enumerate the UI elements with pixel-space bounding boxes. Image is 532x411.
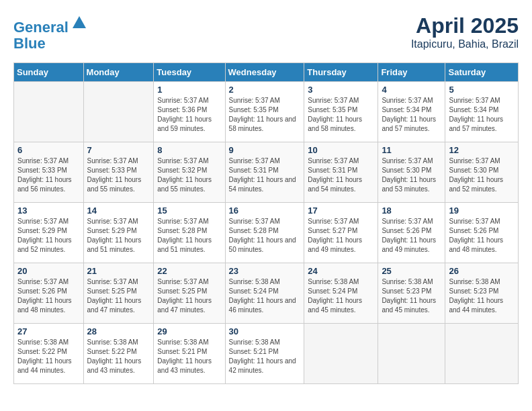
day-info: Sunrise: 5:37 AM Sunset: 5:25 PM Dayligh… [87, 277, 150, 315]
calendar-cell: 24Sunrise: 5:38 AM Sunset: 5:24 PM Dayli… [304, 263, 378, 324]
week-row-3: 13Sunrise: 5:37 AM Sunset: 5:29 PM Dayli… [14, 203, 519, 263]
header-saturday: Saturday [445, 63, 519, 82]
calendar-cell: 15Sunrise: 5:37 AM Sunset: 5:28 PM Dayli… [154, 203, 225, 263]
day-info: Sunrise: 5:37 AM Sunset: 5:26 PM Dayligh… [382, 217, 441, 255]
day-info: Sunrise: 5:38 AM Sunset: 5:21 PM Dayligh… [229, 338, 301, 375]
week-row-1: 1Sunrise: 5:37 AM Sunset: 5:36 PM Daylig… [14, 82, 519, 142]
svg-marker-0 [73, 16, 86, 28]
day-number: 6 [17, 145, 80, 155]
day-info: Sunrise: 5:38 AM Sunset: 5:23 PM Dayligh… [382, 277, 441, 315]
calendar-cell: 16Sunrise: 5:37 AM Sunset: 5:28 PM Dayli… [225, 203, 304, 263]
day-info: Sunrise: 5:37 AM Sunset: 5:33 PM Dayligh… [17, 156, 80, 194]
week-row-2: 6Sunrise: 5:37 AM Sunset: 5:33 PM Daylig… [14, 142, 519, 203]
header-monday: Monday [83, 63, 154, 82]
day-info: Sunrise: 5:37 AM Sunset: 5:25 PM Dayligh… [157, 277, 221, 315]
logo: General Blue [13, 13, 89, 52]
title-block: April 2025 Itapicuru, Bahia, Brazil [411, 13, 519, 50]
header-thursday: Thursday [304, 63, 378, 82]
logo-icon [70, 13, 89, 32]
calendar-cell: 23Sunrise: 5:38 AM Sunset: 5:24 PM Dayli… [225, 263, 304, 324]
day-number: 26 [449, 266, 515, 276]
day-info: Sunrise: 5:38 AM Sunset: 5:21 PM Dayligh… [157, 338, 221, 375]
calendar-cell: 22Sunrise: 5:37 AM Sunset: 5:25 PM Dayli… [154, 263, 225, 324]
calendar-cell: 19Sunrise: 5:37 AM Sunset: 5:26 PM Dayli… [445, 203, 519, 263]
calendar-cell: 17Sunrise: 5:37 AM Sunset: 5:27 PM Dayli… [304, 203, 378, 263]
week-row-4: 20Sunrise: 5:37 AM Sunset: 5:26 PM Dayli… [14, 263, 519, 324]
day-number: 1 [157, 85, 221, 95]
day-number: 21 [87, 266, 150, 276]
calendar-title: April 2025 [411, 13, 519, 38]
day-info: Sunrise: 5:37 AM Sunset: 5:31 PM Dayligh… [308, 156, 374, 194]
calendar-cell: 1Sunrise: 5:37 AM Sunset: 5:36 PM Daylig… [154, 82, 225, 142]
calendar-cell: 2Sunrise: 5:37 AM Sunset: 5:35 PM Daylig… [225, 82, 304, 142]
day-number: 30 [229, 326, 301, 336]
day-number: 12 [449, 145, 515, 155]
day-info: Sunrise: 5:37 AM Sunset: 5:33 PM Dayligh… [87, 156, 150, 194]
header-tuesday: Tuesday [154, 63, 225, 82]
day-info: Sunrise: 5:37 AM Sunset: 5:35 PM Dayligh… [308, 96, 374, 134]
day-number: 14 [87, 205, 150, 216]
day-info: Sunrise: 5:38 AM Sunset: 5:24 PM Dayligh… [308, 277, 374, 315]
calendar-cell [445, 324, 519, 384]
day-info: Sunrise: 5:37 AM Sunset: 5:29 PM Dayligh… [87, 217, 150, 255]
day-number: 20 [17, 266, 80, 276]
day-number: 24 [308, 266, 374, 276]
day-info: Sunrise: 5:37 AM Sunset: 5:35 PM Dayligh… [229, 96, 301, 134]
day-number: 13 [17, 205, 80, 216]
day-number: 2 [229, 85, 301, 95]
day-info: Sunrise: 5:37 AM Sunset: 5:30 PM Dayligh… [449, 156, 515, 194]
header-sunday: Sunday [14, 63, 84, 82]
day-info: Sunrise: 5:37 AM Sunset: 5:28 PM Dayligh… [157, 217, 221, 255]
day-info: Sunrise: 5:38 AM Sunset: 5:24 PM Dayligh… [229, 277, 301, 315]
day-info: Sunrise: 5:38 AM Sunset: 5:22 PM Dayligh… [17, 338, 80, 375]
calendar-subtitle: Itapicuru, Bahia, Brazil [411, 38, 519, 50]
day-info: Sunrise: 5:37 AM Sunset: 5:30 PM Dayligh… [382, 156, 441, 194]
day-info: Sunrise: 5:37 AM Sunset: 5:32 PM Dayligh… [157, 156, 221, 194]
calendar-cell [14, 82, 84, 142]
day-number: 8 [157, 145, 221, 155]
calendar-cell: 28Sunrise: 5:38 AM Sunset: 5:22 PM Dayli… [83, 324, 154, 384]
calendar-cell: 14Sunrise: 5:37 AM Sunset: 5:29 PM Dayli… [83, 203, 154, 263]
day-number: 27 [17, 326, 80, 336]
day-info: Sunrise: 5:37 AM Sunset: 5:34 PM Dayligh… [382, 96, 441, 134]
day-number: 17 [308, 205, 374, 216]
calendar-cell: 4Sunrise: 5:37 AM Sunset: 5:34 PM Daylig… [378, 82, 445, 142]
calendar-cell: 29Sunrise: 5:38 AM Sunset: 5:21 PM Dayli… [154, 324, 225, 384]
day-info: Sunrise: 5:37 AM Sunset: 5:31 PM Dayligh… [229, 156, 301, 194]
day-number: 3 [308, 85, 374, 95]
day-number: 29 [157, 326, 221, 336]
calendar-cell: 10Sunrise: 5:37 AM Sunset: 5:31 PM Dayli… [304, 142, 378, 203]
calendar-cell: 3Sunrise: 5:37 AM Sunset: 5:35 PM Daylig… [304, 82, 378, 142]
calendar-table: SundayMondayTuesdayWednesdayThursdayFrid… [13, 62, 519, 384]
calendar-cell: 13Sunrise: 5:37 AM Sunset: 5:29 PM Dayli… [14, 203, 84, 263]
calendar-cell: 7Sunrise: 5:37 AM Sunset: 5:33 PM Daylig… [83, 142, 154, 203]
day-info: Sunrise: 5:37 AM Sunset: 5:28 PM Dayligh… [229, 217, 301, 255]
calendar-cell: 25Sunrise: 5:38 AM Sunset: 5:23 PM Dayli… [378, 263, 445, 324]
day-number: 25 [382, 266, 441, 276]
calendar-cell: 12Sunrise: 5:37 AM Sunset: 5:30 PM Dayli… [445, 142, 519, 203]
calendar-cell: 6Sunrise: 5:37 AM Sunset: 5:33 PM Daylig… [14, 142, 84, 203]
logo-general: General [13, 19, 69, 36]
calendar-cell: 8Sunrise: 5:37 AM Sunset: 5:32 PM Daylig… [154, 142, 225, 203]
day-number: 9 [229, 145, 301, 155]
day-number: 11 [382, 145, 441, 155]
calendar-cell: 20Sunrise: 5:37 AM Sunset: 5:26 PM Dayli… [14, 263, 84, 324]
calendar-cell: 11Sunrise: 5:37 AM Sunset: 5:30 PM Dayli… [378, 142, 445, 203]
calendar-cell: 18Sunrise: 5:37 AM Sunset: 5:26 PM Dayli… [378, 203, 445, 263]
day-number: 16 [229, 205, 301, 216]
day-number: 23 [229, 266, 301, 276]
day-info: Sunrise: 5:37 AM Sunset: 5:36 PM Dayligh… [157, 96, 221, 134]
calendar-cell [304, 324, 378, 384]
day-info: Sunrise: 5:38 AM Sunset: 5:23 PM Dayligh… [449, 277, 515, 315]
calendar-cell: 30Sunrise: 5:38 AM Sunset: 5:21 PM Dayli… [225, 324, 304, 384]
day-number: 10 [308, 145, 374, 155]
day-number: 18 [382, 205, 441, 216]
logo-text: General Blue [13, 13, 89, 52]
header-friday: Friday [378, 63, 445, 82]
day-info: Sunrise: 5:37 AM Sunset: 5:27 PM Dayligh… [308, 217, 374, 255]
day-number: 22 [157, 266, 221, 276]
day-info: Sunrise: 5:37 AM Sunset: 5:26 PM Dayligh… [449, 217, 515, 255]
day-number: 5 [449, 85, 515, 95]
calendar-cell: 21Sunrise: 5:37 AM Sunset: 5:25 PM Dayli… [83, 263, 154, 324]
header-wednesday: Wednesday [225, 63, 304, 82]
